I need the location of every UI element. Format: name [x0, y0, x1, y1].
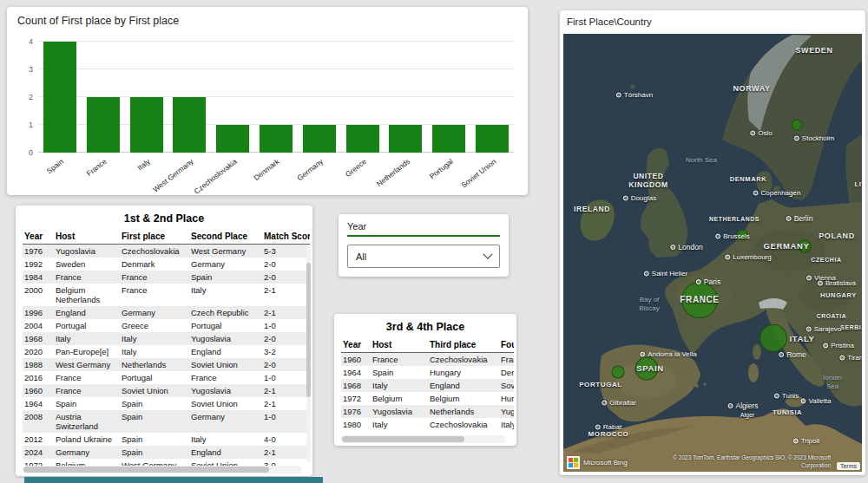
table-row[interactable]: 1996EnglandGermanyCzech Republic2-1: [23, 306, 310, 319]
table-row[interactable]: 1976YugoslaviaNetherlandsYugoslavia: [341, 405, 514, 418]
y-tick-label: 1: [29, 121, 33, 129]
city-dot-icon: [728, 403, 733, 408]
city-name: Copenhagen: [761, 189, 801, 197]
bar-portugal[interactable]: [432, 125, 465, 153]
table-cell: 5-3: [262, 245, 310, 258]
table-row[interactable]: 2020Pan-Europe[e]ItalyEngland3-2: [23, 345, 310, 358]
table-row[interactable]: 1988West GermanyNetherlandsSoviet Union2…: [23, 358, 310, 371]
x-axis-label: Germany: [295, 157, 325, 182]
city-name: Rabat: [603, 423, 621, 431]
city-dot-icon: [793, 438, 799, 443]
scrollbar-thumb[interactable]: [306, 263, 311, 397]
column-header[interactable]: Fourth Place: [499, 337, 514, 353]
table-cell: Belgium: [371, 392, 428, 405]
table-cell: 1976: [341, 405, 371, 418]
vertical-scrollbar[interactable]: [306, 245, 311, 462]
table-row[interactable]: 1960FranceSoviet UnionYugoslavia2-1: [23, 384, 310, 397]
table-row[interactable]: 1992SwedenDenmarkGermany2-0: [23, 258, 310, 271]
table-row[interactable]: 2012Poland UkraineSpainItaly4-0: [23, 433, 310, 446]
table-cell: Italy: [54, 332, 120, 345]
table-cell: 1980: [341, 418, 371, 431]
column-header[interactable]: Third place: [428, 337, 499, 353]
bar-germany[interactable]: [303, 125, 336, 153]
column-header[interactable]: Host: [371, 337, 428, 353]
table-cell: Austria Switzerland: [54, 410, 120, 433]
table-row[interactable]: 1960FranceCzechoslovakiaFrance: [341, 353, 514, 367]
horizontal-scrollbar[interactable]: [341, 435, 506, 443]
table-cell: Netherlands: [120, 358, 189, 371]
table-cell: 2016: [23, 371, 54, 384]
city-dot-icon: [839, 355, 845, 360]
table-row[interactable]: 2008Austria SwitzerlandSpainGermany1-0: [23, 410, 310, 433]
scrollbar-thumb[interactable]: [342, 436, 464, 442]
column-header[interactable]: First place: [120, 229, 189, 245]
table-row[interactable]: 1972BelgiumBelgiumHungary: [341, 392, 514, 405]
table-cell: Soviet Union: [189, 358, 262, 371]
city-name: Andorra la Vella: [648, 350, 696, 358]
bing-label: Microsoft Bing: [583, 459, 628, 467]
table-viewport: YearHostFirst placeSecond PlaceMatch Sco…: [23, 229, 310, 472]
city-name: Tórshavn: [624, 91, 653, 99]
table-row[interactable]: 1968ItalyItalyYugoslavia2-0: [23, 332, 310, 345]
page-edge-strip: [24, 477, 323, 483]
column-header[interactable]: Year: [341, 337, 371, 353]
column-header[interactable]: Host: [54, 229, 120, 245]
bar-chart-xlabels: SpainFranceItalyWest GermanyCzechoslovak…: [38, 154, 514, 194]
table-row[interactable]: 1964SpainHungaryDenmark: [341, 366, 514, 379]
column-header[interactable]: Year: [23, 229, 54, 245]
table-cell: England: [54, 306, 120, 319]
bar-spain[interactable]: [43, 42, 76, 153]
scrollbar-thumb[interactable]: [23, 467, 269, 473]
table-3rd-4th: YearHostThird placeFourth Place1960Franc…: [341, 337, 514, 431]
city-dot-icon: [670, 245, 675, 250]
table-row[interactable]: 1976YugoslaviaCzechoslovakiaWest Germany…: [23, 245, 310, 258]
first-second-table-card: 1st & 2nd Place YearHostFirst placeSecon…: [16, 206, 312, 476]
table-cell: Spain: [120, 410, 189, 433]
city-dot-icon: [696, 279, 701, 284]
bar-czechoslovakia[interactable]: [216, 125, 249, 153]
table-cell: Spain: [120, 397, 189, 410]
bar-greece[interactable]: [346, 125, 379, 153]
x-slot: Netherlands: [385, 154, 428, 194]
bar-italy[interactable]: [130, 97, 163, 153]
x-slot: France: [82, 154, 125, 194]
table-cell: Soviet Union: [499, 379, 514, 392]
map-canvas[interactable]: SWEDENNORWAYDENMARKUNITED KINGDOMIRELAND…: [563, 34, 862, 472]
map-city-label: Brussels: [715, 232, 750, 240]
bar-soviet-union[interactable]: [476, 125, 509, 153]
bar-netherlands[interactable]: [389, 125, 422, 153]
city-dot-icon: [806, 326, 812, 331]
slicer-label: Year: [347, 221, 500, 237]
bar-slot: [211, 125, 254, 153]
table-cell: 1984: [23, 271, 54, 284]
bar-denmark[interactable]: [260, 125, 293, 153]
table-row[interactable]: 2000Belgium NetherlandsFranceItaly2-1: [23, 284, 310, 306]
bar-slot: [385, 125, 428, 153]
city-name: Rome: [786, 350, 806, 359]
bar-west-germany[interactable]: [173, 97, 206, 153]
map-city-label: London: [670, 243, 702, 251]
table-row[interactable]: 1980ItalyCzechoslovakiaItaly: [341, 418, 514, 431]
table-cell: France: [54, 371, 120, 384]
table-row[interactable]: 2024GermanySpainEngland2-1: [23, 446, 310, 459]
city-dot-icon: [640, 351, 645, 356]
horizontal-scrollbar[interactable]: [23, 466, 302, 473]
year-dropdown[interactable]: All: [347, 245, 500, 268]
bing-logo[interactable]: Microsoft Bing: [567, 456, 628, 469]
column-header[interactable]: Second Place: [189, 229, 262, 245]
table-row[interactable]: 2016FrancePortugalFrance1-0: [23, 371, 310, 384]
city-name: Luxembourg: [733, 253, 771, 261]
table-cell: Portugal: [120, 371, 189, 384]
column-header[interactable]: Match Score: [262, 229, 310, 245]
table-row[interactable]: 1964SpainSpainSoviet Union2-1: [23, 397, 310, 410]
terms-link[interactable]: Terms: [837, 462, 860, 470]
year-slicer-card: Year All: [339, 214, 509, 277]
map-region-label: GERMANY: [764, 242, 810, 251]
table-cell: France: [120, 284, 189, 306]
table-row[interactable]: 1968ItalyEnglandSoviet Union: [341, 379, 514, 392]
table-cell: France: [499, 353, 514, 367]
table-row[interactable]: 1984FranceFranceSpain2-0: [23, 271, 310, 284]
table-cell: Spain: [120, 433, 189, 446]
bar-france[interactable]: [87, 97, 120, 153]
table-row[interactable]: 2004PortugalGreecePortugal1-0: [23, 319, 310, 332]
